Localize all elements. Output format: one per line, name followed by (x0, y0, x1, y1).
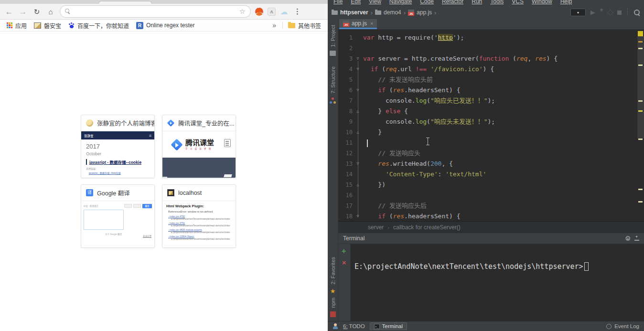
breadcrumb-server[interactable]: server (368, 224, 384, 231)
code-line[interactable]: 4▽ if (req.url !== '/favicon.ico') { (338, 64, 644, 75)
run-icon[interactable]: ▶ (590, 10, 595, 15)
code-line[interactable]: 5 // 未发送响应头前 (338, 75, 644, 85)
code-line[interactable]: 9 console.log("响应头未发送！！"); (338, 117, 644, 127)
bookmark-star-icon[interactable]: ☆ (239, 7, 246, 16)
fold-marker-icon[interactable]: △ (353, 127, 363, 138)
address-bar[interactable]: ☆ (60, 5, 251, 18)
bookmark-regex-tester[interactable]: R Online regex tester (134, 22, 196, 29)
code-line[interactable]: 13▽ res.writeHead(200, { (338, 159, 644, 169)
editor-caret (367, 139, 368, 147)
address-input[interactable] (75, 8, 236, 15)
run-configurations-dropdown[interactable]: ▼ (570, 9, 586, 16)
search-icon (65, 9, 71, 14)
code-text: var server = http.createServer(function … (363, 53, 644, 64)
debug-icon[interactable]: * (600, 9, 603, 16)
code-editor[interactable]: 1var http = require('http');23▽var serve… (338, 30, 644, 221)
terminal-prompt[interactable]: E:\projectAndNote\nextTencent\test\nodej… (354, 262, 589, 271)
code-line[interactable]: 14 'Content-Type': 'text/html' (338, 169, 644, 180)
tile-google-translate[interactable]: 译 Google 翻译 中文 - 检测语言 翻译 关于 Google 翻译 发送… (81, 184, 155, 248)
coverage-icon[interactable] (607, 10, 613, 16)
bookmark-label: 其他书签 (298, 21, 321, 30)
terminal-panel[interactable]: + × E:\projectAndNote\nextTencent\test\n… (338, 244, 644, 321)
stop-icon[interactable] (617, 11, 622, 15)
editor-error-stripe[interactable] (637, 30, 644, 221)
fold-marker-icon[interactable]: △ (353, 106, 363, 117)
breadcrumb-callback[interactable]: callback for createServer() (393, 224, 461, 231)
code-line[interactable]: 12 // 发送响应头 (338, 148, 644, 159)
other-bookmarks[interactable]: 其他书签 (286, 21, 323, 30)
code-line[interactable]: 3▽var server = http.createServer(functio… (338, 53, 644, 64)
statusbar-terminal-button[interactable]: >_ Terminal (370, 322, 407, 330)
decorative-shape (224, 174, 232, 177)
extension-pdf-icon[interactable]: ʌ (268, 8, 276, 16)
code-line[interactable]: 7 console.log("响应头已发送！！"); (338, 96, 644, 106)
code-line[interactable]: 11 (338, 138, 644, 148)
reload-icon[interactable]: ↻ (32, 8, 42, 15)
menu-file[interactable]: File (333, 0, 343, 5)
toolwindow-project[interactable]: 1: Project (330, 25, 336, 47)
navbar-crumb-appjs[interactable]: app.js (408, 9, 432, 16)
code-text: console.log("响应头未发送！！"); (363, 117, 644, 127)
browser-tab[interactable] (98, 1, 152, 4)
home-icon[interactable]: ⌂ (46, 8, 55, 15)
bookmark-baidu[interactable]: 百度一下，你就知道 (66, 21, 131, 30)
fold-marker-icon[interactable]: ▽ (353, 53, 363, 64)
fold-marker-icon[interactable]: △ (353, 180, 363, 190)
tencent-class-favicon (167, 119, 174, 127)
tile-tencent-class[interactable]: 腾讯课堂_专业的在... 腾讯课堂 学 习 成 就 梦 想 (162, 115, 236, 178)
code-line[interactable]: 8△ } else { (338, 106, 644, 117)
statusbar-todo-button[interactable]: 6: TODO (343, 323, 365, 329)
menu-refactor[interactable]: Refactor (442, 0, 463, 5)
toolwindow-favorites[interactable]: 2: Favorites (330, 257, 336, 284)
close-session-icon[interactable]: × (342, 259, 346, 267)
fold-marker-icon[interactable]: ▽ (353, 159, 363, 169)
bookmarks-overflow-chevron[interactable]: » (269, 21, 279, 29)
fold-marker-icon[interactable]: ▽ (353, 64, 363, 75)
search-everywhere-icon[interactable] (633, 9, 640, 16)
menu-run[interactable]: Run (472, 0, 482, 5)
menu-window[interactable]: Window (532, 0, 552, 5)
event-log-button[interactable]: Event Log (614, 323, 639, 329)
line-number: 17 (338, 201, 353, 211)
menu-edit[interactable]: Edit (351, 0, 361, 5)
document-icon (224, 139, 231, 147)
extension-cloud-icon[interactable]: ☁ (280, 8, 288, 16)
menu-view[interactable]: View (369, 0, 381, 5)
folder-icon (332, 11, 338, 15)
fold-marker-icon[interactable]: ▽ (353, 211, 363, 221)
tab-appjs[interactable]: app.js × (339, 19, 377, 29)
code-line[interactable]: 16 (338, 190, 644, 201)
code-line[interactable]: 15△ }) (338, 180, 644, 190)
code-line[interactable]: 2 (338, 43, 644, 53)
tab-label: app.js (352, 20, 367, 27)
scrollbar-thumb[interactable] (637, 36, 644, 139)
code-line[interactable]: 6▽ if (res.headersSent) { (338, 85, 644, 96)
new-session-icon[interactable]: + (342, 247, 346, 256)
code-line[interactable]: 10△ } (338, 127, 644, 138)
translate-feedback-link: 发送反馈 (143, 235, 151, 237)
fold-marker-icon[interactable]: ▽ (353, 85, 363, 96)
terminal-cursor (584, 262, 589, 271)
tile-blog[interactable]: 张静宜的个人前端博客 张静宜 ≡ 2017 October javasript … (81, 115, 155, 178)
menu-vcs[interactable]: VCS (512, 0, 524, 5)
forward-icon[interactable]: → (18, 8, 28, 16)
toolwindow-npm[interactable]: npm (330, 298, 336, 308)
bookmark-apps[interactable]: 应用 (5, 21, 29, 30)
code-line[interactable]: 17 // 发送响应头后 (338, 201, 644, 211)
code-line[interactable]: 1var http = require('http'); (338, 32, 644, 43)
hide-panel-icon[interactable] (634, 236, 639, 241)
menu-help[interactable]: Help (560, 0, 572, 5)
extension-orange-icon[interactable] (255, 8, 263, 16)
code-line[interactable]: 18▽ if (res.headersSent) { (338, 211, 644, 221)
back-icon[interactable]: ← (4, 8, 14, 16)
close-icon[interactable]: × (370, 21, 373, 26)
chrome-menu-icon[interactable]: ⋮ (292, 7, 302, 16)
menu-tools[interactable]: Tools (490, 0, 504, 5)
navbar-crumb-demo4[interactable]: demo4 (375, 9, 401, 16)
bookmark-panganbao[interactable]: 磐安宝 (32, 21, 63, 30)
tile-localhost[interactable]: localhost Html Webpack Plugin: Reference… (162, 184, 236, 248)
menu-code[interactable]: Code (420, 0, 434, 5)
toolwindow-structure[interactable]: 7: Structure (330, 66, 336, 94)
menu-navigate[interactable]: Navigate (389, 0, 412, 5)
navbar-crumb-httpserver[interactable]: httpserver (332, 9, 368, 16)
